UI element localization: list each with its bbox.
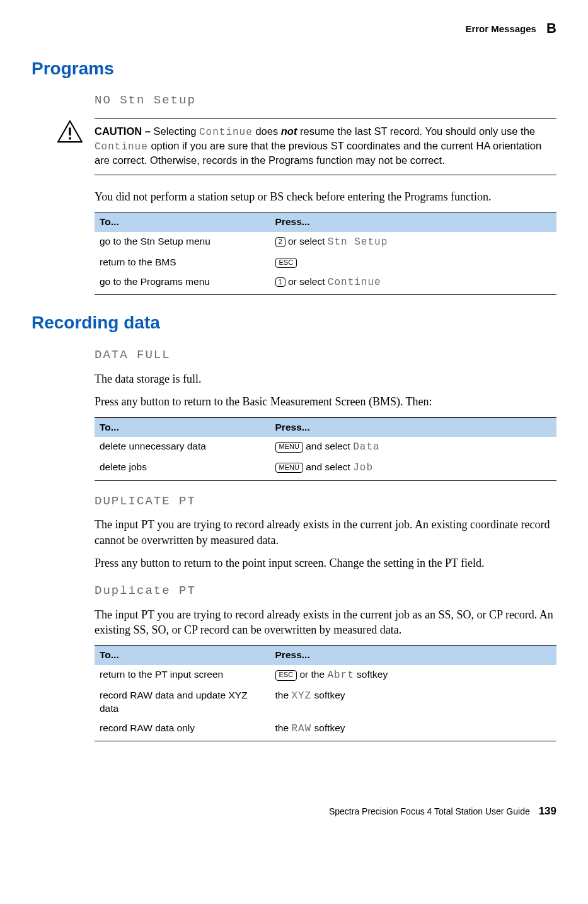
duplicate-pt-upper-label: DUPLICATE PT [95, 494, 556, 510]
page-header: Error Messages B [32, 19, 556, 38]
cell-press: MENU and select Data [270, 437, 556, 458]
cell-press: ESC or the Abrt softkey [270, 665, 556, 686]
cell-pre: the [275, 690, 292, 700]
cell-post: softkey [311, 690, 345, 700]
caution-t2: does [253, 125, 281, 137]
cell-post: softkey [311, 722, 345, 733]
programs-th-to: To... [95, 212, 270, 232]
cell-lcd: Abrt [327, 669, 354, 681]
data-full-label: DATA FULL [95, 347, 556, 364]
cell-to: delete jobs [95, 458, 270, 480]
data-full-body2: Press any button to return to the Basic … [95, 394, 556, 409]
header-section: Error Messages [465, 23, 536, 34]
cell-press: the XYZ softkey [270, 686, 556, 719]
df-th-to: To... [95, 417, 270, 437]
caution-text: CAUTION – Selecting Continue does not re… [95, 125, 556, 167]
key-esc: ESC [275, 670, 297, 680]
cell-lcd: RAW [291, 723, 311, 734]
cell-mid: or select [285, 276, 328, 287]
cell-to: go to the Programs menu [95, 272, 270, 295]
cell-lcd: Data [353, 441, 379, 453]
caution-t3: resume the last ST record. You should on… [297, 125, 535, 137]
data-full-table: To... Press... delete unnecessary data M… [95, 417, 556, 481]
key-menu: MENU [275, 442, 303, 452]
cell-lcd: XYZ [291, 690, 311, 702]
cell-press: 1 or select Continue [270, 272, 556, 295]
caution-icon [57, 120, 83, 148]
cell-to: go to the Stn Setup menu [95, 232, 270, 253]
no-stn-setup-label: NO Stn Setup [95, 93, 556, 109]
dup-mixed-body1: The input PT you are trying to record al… [95, 607, 556, 638]
table-row: record RAW data only the RAW softkey [95, 719, 556, 741]
dm-th-to: To... [95, 646, 270, 665]
cell-press: the RAW softkey [270, 719, 556, 741]
programs-table: To... Press... go to the Stn Setup menu … [95, 212, 556, 295]
table-row: delete jobs MENU and select Job [95, 458, 556, 480]
table-row: return to the BMS ESC [95, 253, 556, 272]
key-1: 1 [275, 277, 285, 287]
programs-heading: Programs [32, 57, 556, 81]
data-full-body1: The data storage is full. [95, 371, 556, 386]
caution-t1: Selecting [154, 125, 199, 137]
cell-mid: or select [285, 236, 328, 246]
table-row: delete unnecessary data MENU and select … [95, 437, 556, 458]
df-th-press: Press... [270, 417, 556, 437]
caution-t4: option if you are sure that the previous… [95, 140, 541, 166]
svg-rect-2 [69, 137, 71, 140]
cell-to: return to the PT input screen [95, 665, 270, 686]
page-footer: Spectra Precision Focus 4 Total Station … [32, 804, 556, 819]
footer-page: 139 [539, 805, 556, 817]
cell-mid: and select [303, 461, 353, 472]
cell-to: record RAW data only [95, 719, 270, 741]
key-esc: ESC [275, 258, 297, 268]
dup-upper-body1: The input PT you are trying to record al… [95, 517, 556, 548]
cell-press: ESC [270, 253, 556, 272]
cell-pre: the [275, 722, 292, 733]
footer-title: Spectra Precision Focus 4 Total Station … [329, 806, 530, 816]
key-2: 2 [275, 237, 285, 246]
table-row: return to the PT input screen ESC or the… [95, 665, 556, 686]
table-row: record RAW data and update XYZ data the … [95, 686, 556, 719]
key-menu: MENU [275, 463, 303, 473]
caution-block: CAUTION – Selecting Continue does not re… [95, 118, 556, 175]
cell-press: 2 or select Stn Setup [270, 232, 556, 253]
cell-to: return to the BMS [95, 253, 270, 272]
cell-to: record RAW data and update XYZ data [95, 686, 270, 719]
table-row: go to the Stn Setup menu 2 or select Stn… [95, 232, 556, 253]
cell-lcd: Continue [328, 277, 381, 288]
cell-mid: or the [297, 669, 327, 680]
dup-mixed-table: To... Press... return to the PT input sc… [95, 645, 556, 741]
cell-lcd: Stn Setup [328, 236, 388, 248]
programs-th-press: Press... [270, 212, 556, 232]
duplicate-pt-mixed-label: Duplicate PT [95, 583, 556, 600]
caution-not: not [281, 125, 297, 137]
recording-heading: Recording data [32, 311, 556, 335]
svg-rect-1 [69, 127, 71, 135]
cell-post: softkey [354, 669, 388, 680]
table-row: go to the Programs menu 1 or select Cont… [95, 272, 556, 295]
caution-continue-1: Continue [199, 127, 253, 138]
dup-upper-body2: Press any button to return to the point … [95, 555, 556, 571]
caution-label: CAUTION – [95, 125, 154, 137]
cell-to: delete unnecessary data [95, 437, 270, 458]
dm-th-press: Press... [270, 646, 556, 665]
cell-lcd: Job [353, 462, 373, 473]
programs-body: You did not perform a station setup or B… [95, 189, 556, 204]
caution-continue-2: Continue [95, 141, 148, 153]
header-appendix: B [546, 20, 556, 36]
cell-press: MENU and select Job [270, 458, 556, 480]
cell-mid: and select [303, 441, 353, 451]
